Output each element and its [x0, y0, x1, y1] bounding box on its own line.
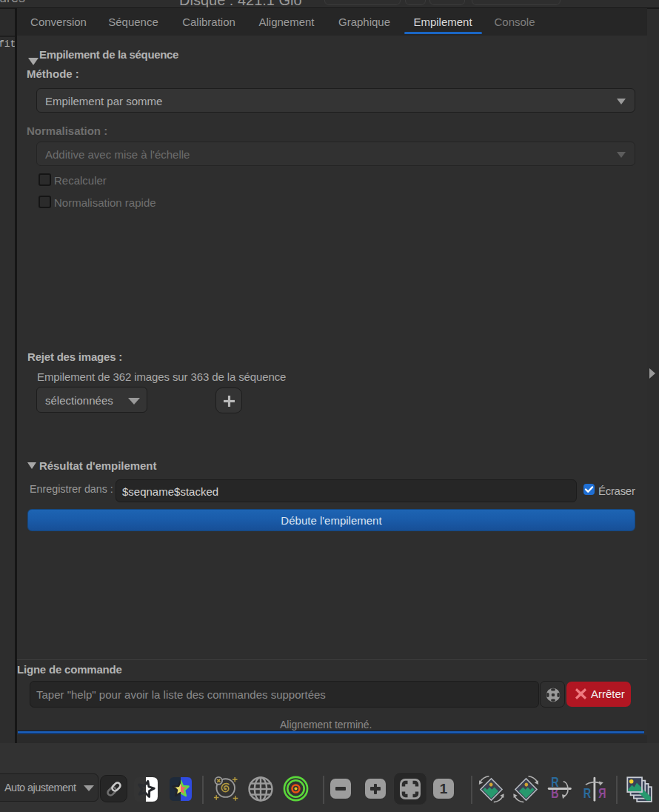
svg-text:R: R — [598, 785, 606, 801]
svg-text:R: R — [583, 785, 591, 801]
svg-text:R: R — [551, 785, 558, 801]
